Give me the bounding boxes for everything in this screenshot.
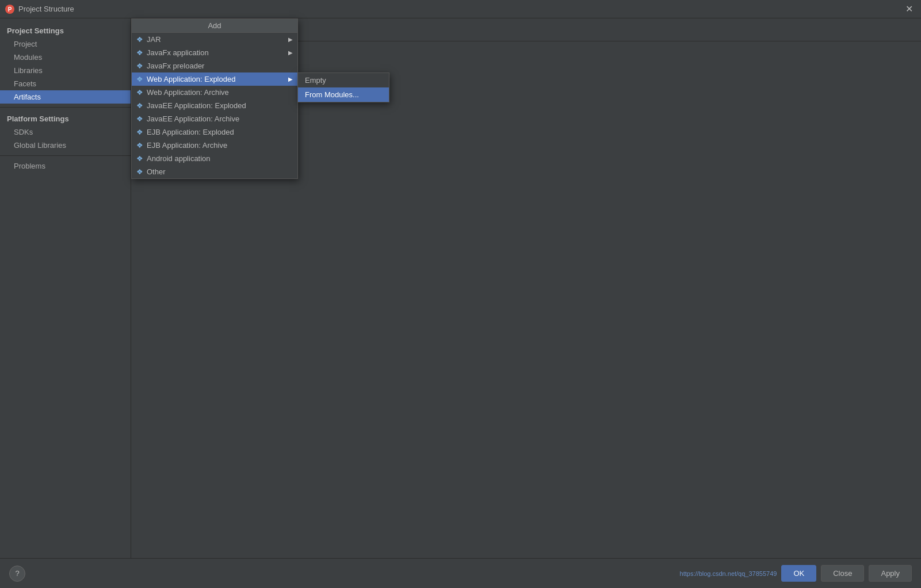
- menu-item-jar-label: JAR: [147, 35, 161, 44]
- app-icon: P: [5, 4, 15, 14]
- menu-item-ejb-exploded[interactable]: ❖ EJB Application: Exploded: [132, 125, 297, 139]
- web-app-exploded-icon: ❖: [136, 75, 143, 83]
- menu-item-web-application-exploded[interactable]: ❖ Web Application: Exploded ▶ Empty From…: [132, 72, 297, 86]
- jar-icon: ❖: [136, 35, 143, 44]
- ok-button[interactable]: OK: [781, 565, 816, 582]
- web-app-exploded-arrow-icon: ▶: [288, 76, 293, 82]
- javaee-exploded-icon: ❖: [136, 101, 143, 110]
- sidebar-item-project[interactable]: Project: [0, 37, 131, 51]
- sidebar-item-facets[interactable]: Facets: [0, 77, 131, 90]
- url-label: https://blog.csdn.net/qq_37855749: [680, 570, 777, 577]
- bottom-right: https://blog.csdn.net/qq_37855749 OK Clo…: [680, 565, 912, 582]
- other-icon: ❖: [136, 167, 143, 176]
- menu-item-javaee-exploded-label: JavaEE Application: Exploded: [147, 101, 246, 110]
- sidebar-divider-2: [0, 155, 131, 156]
- menu-item-web-application-archive[interactable]: ❖ Web Application: Archive: [132, 86, 297, 99]
- dropdown-wrapper: Add ❖ JAR ▶ ❖ JavaFx application ▶ ❖ Jav…: [131, 18, 298, 179]
- sidebar-item-problems[interactable]: Problems: [0, 159, 131, 173]
- sidebar-item-modules[interactable]: Modules: [0, 51, 131, 64]
- ejb-exploded-icon: ❖: [136, 128, 143, 136]
- menu-item-jar[interactable]: ❖ JAR ▶: [132, 33, 297, 46]
- javaee-archive-icon: ❖: [136, 114, 143, 123]
- menu-item-javafx-preloader-label: JavaFx preloader: [147, 62, 204, 70]
- javafx-preloader-icon: ❖: [136, 62, 143, 70]
- menu-item-android-label: Android application: [147, 154, 211, 163]
- javafx-app-arrow-icon: ▶: [288, 49, 293, 56]
- menu-item-javafx-app-label: JavaFx application: [147, 48, 209, 57]
- svg-text:P: P: [8, 6, 12, 13]
- web-app-archive-icon: ❖: [136, 88, 143, 97]
- menu-item-ejb-exploded-label: EJB Application: Exploded: [147, 128, 234, 136]
- menu-item-javafx-application[interactable]: ❖ JavaFx application ▶: [132, 46, 297, 59]
- sidebar-item-sdks[interactable]: SDKs: [0, 125, 131, 139]
- menu-item-ejb-archive[interactable]: ❖ EJB Application: Archive: [132, 139, 297, 152]
- close-button[interactable]: Close: [821, 565, 864, 582]
- ejb-archive-icon: ❖: [136, 141, 143, 150]
- project-settings-label: Project Settings: [0, 23, 131, 37]
- sidebar: Project Settings Project Modules Librari…: [0, 18, 131, 558]
- submenu-item-from-modules[interactable]: From Modules...: [298, 87, 389, 102]
- submenu-web-exploded: Empty From Modules...: [297, 72, 389, 102]
- sidebar-item-global-libraries[interactable]: Global Libraries: [0, 139, 131, 152]
- menu-item-javaee-archive[interactable]: ❖ JavaEE Application: Archive: [132, 112, 297, 125]
- menu-item-web-app-exploded-label: Web Application: Exploded: [147, 75, 235, 83]
- menu-item-javaee-exploded[interactable]: ❖ JavaEE Application: Exploded: [132, 99, 297, 112]
- title-bar: P Project Structure ✕: [0, 0, 921, 18]
- menu-item-web-app-archive-label: Web Application: Archive: [147, 88, 229, 97]
- sidebar-divider: [0, 107, 131, 108]
- javafx-app-icon: ❖: [136, 48, 143, 57]
- android-icon: ❖: [136, 154, 143, 163]
- menu-item-other[interactable]: ❖ Other: [132, 165, 297, 178]
- apply-button[interactable]: Apply: [869, 565, 912, 582]
- jar-arrow-icon: ▶: [288, 36, 293, 43]
- menu-item-javaee-archive-label: JavaEE Application: Archive: [147, 114, 239, 123]
- help-button[interactable]: ?: [9, 566, 25, 582]
- dropdown-header: Add: [132, 19, 297, 33]
- menu-item-other-label: Other: [147, 167, 166, 176]
- dropdown-menu: Add ❖ JAR ▶ ❖ JavaFx application ▶ ❖ Jav…: [131, 18, 298, 179]
- menu-item-ejb-archive-label: EJB Application: Archive: [147, 141, 227, 150]
- window-title: Project Structure: [18, 5, 74, 13]
- submenu-item-empty[interactable]: Empty: [298, 73, 389, 87]
- sidebar-item-libraries[interactable]: Libraries: [0, 64, 131, 77]
- title-bar-left: P Project Structure: [5, 4, 74, 14]
- close-window-button[interactable]: ✕: [902, 2, 916, 16]
- bottom-bar: ? https://blog.csdn.net/qq_37855749 OK C…: [0, 558, 921, 588]
- menu-item-javafx-preloader[interactable]: ❖ JavaFx preloader: [132, 59, 297, 72]
- menu-item-android[interactable]: ❖ Android application: [132, 152, 297, 165]
- platform-settings-label: Platform Settings: [0, 111, 131, 125]
- sidebar-item-artifacts[interactable]: Artifacts: [0, 90, 131, 104]
